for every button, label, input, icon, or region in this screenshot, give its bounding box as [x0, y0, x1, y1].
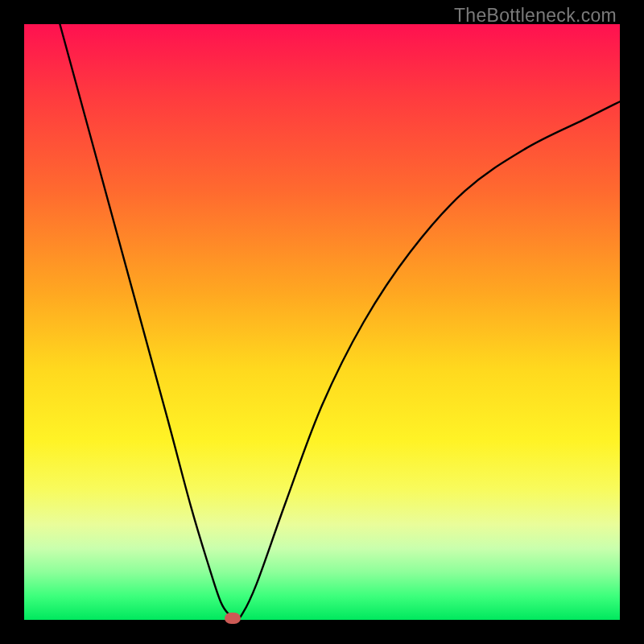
optimal-point-marker [225, 613, 241, 624]
watermark-text: TheBottleneck.com [454, 5, 617, 27]
plot-area [24, 24, 620, 620]
bottleneck-curve [24, 24, 620, 620]
chart-frame: TheBottleneck.com [0, 0, 644, 644]
